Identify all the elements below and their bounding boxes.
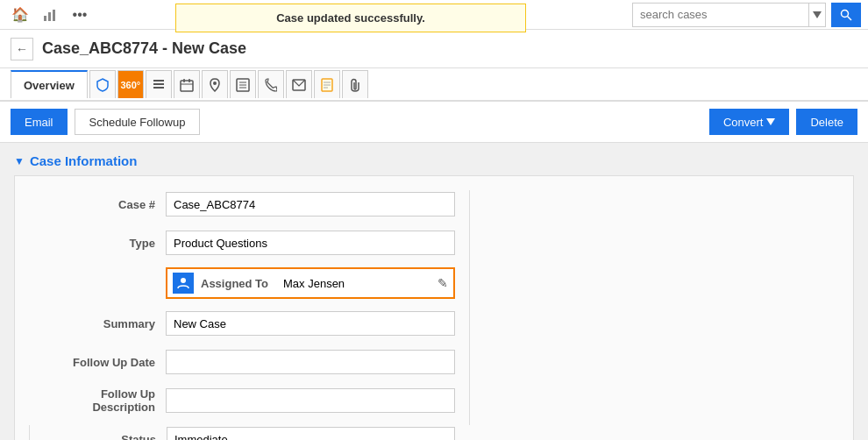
- page-title: Case_ABC8774 - New Case: [42, 39, 246, 58]
- svg-rect-6: [153, 80, 164, 82]
- assigned-to-icon: [173, 273, 194, 294]
- svg-line-5: [848, 16, 852, 20]
- tab-shield[interactable]: [89, 70, 116, 98]
- svg-marker-3: [813, 11, 822, 18]
- case-number-label: Case #: [43, 198, 166, 211]
- tab-pin[interactable]: [202, 70, 228, 98]
- search-input[interactable]: [633, 4, 808, 26]
- follow-up-desc-label: Follow Up Description: [43, 387, 166, 414]
- tab-bar: Overview 360°: [0, 68, 868, 102]
- case-information-section[interactable]: ▼ Case Information: [14, 153, 854, 168]
- content-area: ▼ Case Information Case # Type: [0, 143, 868, 440]
- back-button[interactable]: ←: [11, 38, 33, 60]
- svg-marker-23: [766, 118, 775, 125]
- back-icon: ←: [16, 42, 28, 56]
- svg-rect-9: [181, 81, 193, 91]
- tab-notes[interactable]: [314, 70, 340, 98]
- svg-rect-1: [48, 12, 51, 21]
- tab-overview[interactable]: Overview: [11, 70, 88, 98]
- case-number-input[interactable]: [166, 192, 455, 216]
- notification-message: Case updated successfully.: [276, 11, 425, 25]
- tab-attachment[interactable]: [342, 70, 368, 98]
- assigned-to-row: Assigned To ✎: [166, 267, 455, 299]
- type-row: Type: [43, 229, 455, 257]
- tab-overview-label: Overview: [24, 79, 75, 92]
- email-button[interactable]: Email: [11, 109, 68, 135]
- status-row: Status: [44, 425, 455, 440]
- svg-rect-7: [153, 83, 164, 85]
- column-divider: [469, 190, 470, 425]
- svg-rect-8: [153, 87, 164, 89]
- more-dots: •••: [73, 7, 88, 23]
- top-bar-icons: 🏠 •••: [7, 3, 93, 27]
- tab-360[interactable]: 360°: [117, 70, 144, 98]
- home-icon[interactable]: 🏠: [7, 3, 33, 27]
- section-title: Case Information: [30, 153, 138, 168]
- convert-button[interactable]: Convert: [709, 109, 790, 135]
- type-input[interactable]: [166, 231, 455, 255]
- summary-row: Summary: [43, 309, 455, 337]
- chart-icon[interactable]: [37, 3, 63, 27]
- notification-banner: Case updated successfully.: [175, 4, 526, 32]
- type-label: Type: [43, 237, 166, 250]
- delete-button[interactable]: Delete: [796, 109, 857, 135]
- search-bar: [632, 3, 826, 27]
- follow-up-date-label: Follow Up Date: [43, 356, 166, 369]
- action-bar: Email Schedule Followup Convert Delete: [0, 102, 868, 143]
- form-right: Status Priority SLA: [29, 425, 469, 440]
- tab-checklist[interactable]: [230, 70, 256, 98]
- assigned-to-label: Assigned To: [201, 277, 280, 290]
- assigned-to-wrapper: Assigned To ✎: [43, 267, 455, 299]
- follow-up-desc-row: Follow Up Description: [43, 387, 455, 415]
- search-button[interactable]: [831, 3, 861, 27]
- assigned-to-input[interactable]: [280, 277, 434, 290]
- tab-360-label: 360°: [120, 80, 140, 90]
- action-bar-right: Convert Delete: [709, 109, 857, 135]
- case-number-row: Case #: [43, 190, 455, 218]
- convert-label: Convert: [723, 116, 764, 129]
- follow-up-date-row: Follow Up Date: [43, 348, 455, 376]
- svg-rect-2: [53, 10, 55, 21]
- form-panel: Case # Type Assigned To: [14, 175, 854, 440]
- svg-point-4: [842, 10, 849, 17]
- status-label: Status: [44, 433, 167, 441]
- tab-email[interactable]: [286, 70, 312, 98]
- title-bar: ← Case_ABC8774 - New Case: [0, 30, 868, 68]
- tab-phone[interactable]: [258, 70, 284, 98]
- tab-list[interactable]: [146, 70, 172, 98]
- summary-label: Summary: [43, 317, 166, 330]
- follow-up-date-input[interactable]: [166, 350, 455, 374]
- more-icon[interactable]: •••: [67, 3, 93, 27]
- tab-calendar[interactable]: [174, 70, 200, 98]
- follow-up-desc-input[interactable]: [166, 388, 455, 413]
- edit-icon[interactable]: ✎: [438, 276, 448, 290]
- search-dropdown[interactable]: [808, 4, 825, 26]
- form-left: Case # Type Assigned To: [29, 190, 469, 425]
- form-grid: Case # Type Assigned To: [29, 190, 839, 440]
- svg-point-13: [213, 82, 217, 85]
- schedule-followup-button[interactable]: Schedule Followup: [75, 109, 201, 135]
- section-chevron: ▼: [14, 155, 25, 167]
- svg-point-24: [181, 278, 186, 283]
- summary-input[interactable]: [166, 311, 455, 336]
- svg-rect-0: [44, 16, 46, 21]
- action-bar-left: Email Schedule Followup: [11, 109, 200, 135]
- status-input[interactable]: [167, 427, 455, 440]
